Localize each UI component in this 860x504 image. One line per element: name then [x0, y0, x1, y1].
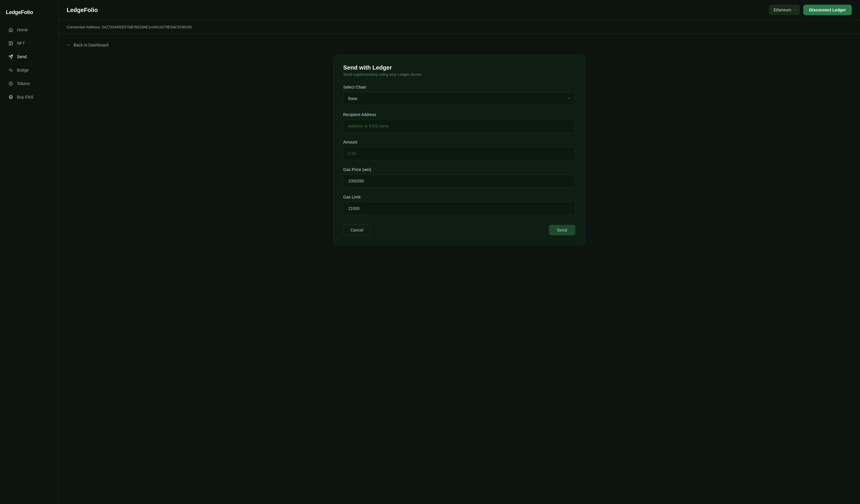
cancel-button[interactable]: Cancel [343, 225, 371, 236]
sidebar-item-nft[interactable]: NFT [2, 37, 56, 49]
home-icon [8, 27, 13, 32]
back-link-label: Back to Dashboard [74, 43, 109, 47]
sidebar-item-bridge[interactable]: Bridge [2, 64, 56, 76]
sidebar-item-home[interactable]: Home [2, 24, 56, 36]
send-icon [8, 54, 13, 59]
send-card: Send with Ledger Send cryptocurrency usi… [333, 55, 585, 245]
back-to-dashboard-link[interactable]: ← Back to Dashboard [67, 42, 109, 48]
svg-point-1 [10, 42, 11, 43]
recipient-label: Recipient Address [343, 112, 575, 117]
app-logo: LedgeFolio [0, 6, 58, 23]
tokens-icon [8, 81, 13, 86]
back-arrow-icon: ← [67, 42, 71, 48]
chain-group: Select Chain Base Ethereum Polygon Arbit… [343, 85, 575, 105]
header: LedgeFolio Ethereum Base Polygon Arbitru… [58, 0, 860, 20]
send-button[interactable]: Send [549, 225, 575, 235]
ens-icon [8, 95, 13, 100]
sidebar-item-home-label: Home [17, 28, 28, 32]
main-content: LedgeFolio Ethereum Base Polygon Arbitru… [58, 0, 860, 504]
sidebar-item-send-label: Send [17, 54, 27, 59]
chain-select[interactable]: Base Ethereum Polygon Arbitrum Optimism [343, 92, 575, 105]
sidebar-item-tokens-label: Tokens [17, 81, 30, 86]
bridge-icon [8, 68, 13, 73]
gas-price-group: Gas Price (wei) [343, 167, 575, 188]
card-title: Send with Ledger [343, 64, 575, 71]
gas-limit-input[interactable] [343, 202, 575, 215]
gas-limit-group: Gas Limit [343, 195, 575, 215]
amount-label: Amount [343, 140, 575, 144]
nft-icon [8, 41, 13, 46]
gas-price-input[interactable] [343, 174, 575, 188]
sidebar-item-tokens[interactable]: Tokens [2, 77, 56, 90]
disconnect-button[interactable]: Disconnect Ledger [803, 5, 852, 15]
sidebar-item-buy-ens-label: Buy ENS [17, 95, 34, 99]
chain-label: Select Chain [343, 85, 575, 89]
sidebar-item-buy-ens[interactable]: Buy ENS [2, 91, 56, 103]
card-subtitle: Send cryptocurrency using your Ledger de… [343, 72, 575, 76]
sidebar-item-nft-label: NFT [17, 41, 25, 46]
connected-address: 0x273344f2E57bB7b5184E1c64Cd379E5dC019f1… [102, 25, 192, 29]
page-content: ← Back to Dashboard Send with Ledger Sen… [58, 34, 860, 504]
network-selector[interactable]: Ethereum Base Polygon Arbitrum [769, 5, 800, 15]
amount-input[interactable] [343, 147, 575, 160]
gas-limit-label: Gas Limit [343, 195, 575, 199]
header-title: LedgeFolio [67, 7, 98, 13]
sidebar-item-send[interactable]: Send [2, 51, 56, 63]
sidebar: LedgeFolio Home NFT Send [0, 0, 58, 504]
form-actions: Cancel Send [343, 222, 575, 236]
address-label: Connected Address: [67, 25, 101, 29]
address-bar: Connected Address: 0x273344f2E57bB7b5184… [58, 20, 860, 34]
header-right: Ethereum Base Polygon Arbitrum Disconnec… [769, 5, 852, 15]
amount-group: Amount [343, 140, 575, 160]
recipient-group: Recipient Address [343, 112, 575, 133]
recipient-input[interactable] [343, 119, 575, 133]
sidebar-item-bridge-label: Bridge [17, 68, 29, 72]
gas-price-label: Gas Price (wei) [343, 167, 575, 172]
